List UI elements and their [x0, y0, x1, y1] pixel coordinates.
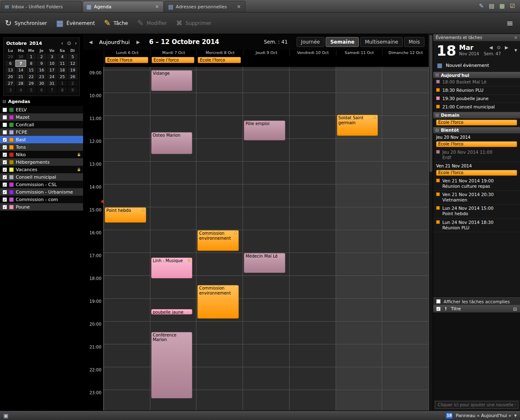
agenda-row-conseil-municipal[interactable]: ✓Conseil municipal: [0, 173, 83, 181]
today-pane-event[interactable]: 21:00 Conseil municipal: [433, 103, 520, 111]
minical-day-cell[interactable]: 11: [57, 60, 67, 66]
show-completed-tasks-row[interactable]: Afficher les tâches accomplies: [433, 297, 520, 305]
minical-day-cell[interactable]: 5: [68, 54, 78, 60]
calendar-event[interactable]: poubelle jaune: [151, 309, 193, 314]
day-header-6[interactable]: Dimanche 12 Oct: [382, 50, 429, 56]
today-pane-event[interactable]: Lun 24 Nov 2014 15:00Point hebdo: [433, 204, 520, 218]
calendar-event[interactable]: Vidange: [151, 70, 193, 91]
day-header-2[interactable]: Mercredi 8 Oct: [196, 50, 243, 56]
calendar-event[interactable]: Osteo Marion: [151, 132, 193, 154]
calendar-event[interactable]: Commission environnement: [197, 230, 239, 251]
minical-day-cell[interactable]: 28: [16, 80, 26, 86]
addressbook-icon[interactable]: ▤: [489, 2, 494, 9]
minical-day-cell[interactable]: 27: [5, 80, 15, 86]
add-task-input[interactable]: [435, 401, 518, 409]
today-pane-event[interactable]: Lun 24 Nov 2014 18:30Réunion PLU: [433, 219, 520, 232]
today-button[interactable]: Aujourd'hui: [97, 38, 131, 46]
view-button-multisemaine[interactable]: Multisemaine: [360, 37, 402, 47]
task-priority-column[interactable]: !: [445, 306, 447, 311]
agenda-checkbox[interactable]: ✓: [2, 197, 7, 202]
day-header-4[interactable]: Vendredi 10 Oct: [289, 50, 336, 56]
minical-day-cell[interactable]: 2: [68, 80, 78, 86]
chevron-down-icon[interactable]: ▾: [514, 47, 517, 53]
task-completed-column-icon[interactable]: ✓: [436, 307, 441, 311]
agenda-row-confcall[interactable]: Confcall: [0, 121, 83, 128]
today-pane-event[interactable]: Jeu 20 Nov 2014 11:00Erdf: [433, 148, 520, 162]
minical-day-cell[interactable]: 9: [68, 87, 78, 93]
minical-prev-icon[interactable]: ‹: [61, 40, 63, 46]
minical-day-cell[interactable]: 9: [37, 60, 47, 66]
agenda-checkbox[interactable]: ✓: [2, 145, 7, 150]
today-pane-section-header[interactable]: ⊟Bientôt: [433, 127, 520, 133]
minical-day-cell[interactable]: 14: [16, 67, 26, 73]
today-pane-prev-icon[interactable]: ◀: [489, 45, 493, 50]
day-header-5[interactable]: Samedi 11 Oct: [336, 50, 383, 56]
minical-day-cell[interactable]: 30: [16, 54, 26, 60]
today-pane-event[interactable]: 19:30 poubelle jaune: [433, 95, 520, 103]
today-pane-selector[interactable]: 18 Panneau « Aujourd'hui » ▾: [446, 413, 517, 419]
close-tab-icon[interactable]: ×: [154, 4, 160, 10]
agenda-checkbox[interactable]: ✓: [2, 190, 7, 194]
app-menu-icon[interactable]: ≡: [506, 18, 515, 28]
today-pane-event[interactable]: Ven 21 Nov 2014 19:00Réunion culture rep…: [433, 177, 520, 191]
agenda-checkbox[interactable]: ✓: [2, 205, 7, 209]
day-header-3[interactable]: Jeudi 9 Oct: [243, 50, 289, 56]
day-header-0[interactable]: Lundi 6 Oct: [104, 50, 150, 56]
minical-next-icon[interactable]: ›: [75, 40, 77, 46]
agenda-row-h-bergements[interactable]: ✓Hébergements: [0, 158, 83, 166]
minical-day-cell[interactable]: 18: [57, 67, 67, 73]
show-completed-checkbox[interactable]: [436, 299, 441, 304]
calendar-event[interactable]: Médecin Maï Lê: [244, 253, 285, 273]
minical-day-cell[interactable]: 20: [5, 74, 15, 80]
minical-day-cell[interactable]: 26: [68, 74, 78, 80]
view-button-mois[interactable]: Mois: [404, 37, 424, 47]
minical-day-cell[interactable]: 4: [57, 54, 67, 60]
minical-day-cell[interactable]: 10: [47, 60, 57, 66]
tab-agenda[interactable]: ▦Agenda×: [83, 1, 164, 12]
minical-day-cell[interactable]: 3: [47, 54, 57, 60]
minical-day-cell[interactable]: 6: [5, 60, 15, 66]
minical-day-cell[interactable]: 12: [68, 60, 78, 66]
minical-day-cell[interactable]: 2: [37, 54, 47, 60]
calendar-event[interactable]: Linh : Musique: [151, 258, 193, 278]
tab-addressbook[interactable]: ▤Adresses personnelles×: [164, 1, 245, 12]
calendar-scrollbar[interactable]: [429, 34, 433, 410]
minical-day-cell[interactable]: 25: [57, 74, 67, 80]
toolbar-button-event[interactable]: ▦Évènement: [56, 19, 95, 27]
task-title-column[interactable]: Titre: [451, 306, 461, 311]
agenda-row-poune[interactable]: ✓Poune: [0, 203, 83, 211]
agenda-checkbox[interactable]: [2, 115, 7, 120]
minical-day-cell[interactable]: 19: [68, 67, 78, 73]
agenda-checkbox[interactable]: ✓: [2, 152, 7, 157]
column-picker-icon[interactable]: ▤: [513, 306, 517, 311]
agenda-row-commission-csl[interactable]: ✓Commission - CSL: [0, 181, 83, 188]
day-header-1[interactable]: Mardi 7 Oct: [150, 50, 197, 56]
today-pane-today-icon[interactable]: ⊙: [497, 45, 500, 50]
allday-event[interactable]: Ecole l'forco: [105, 57, 148, 63]
chevron-down-icon[interactable]: ▾: [514, 413, 517, 418]
compose-icon[interactable]: ✎: [479, 2, 484, 9]
today-pane-next-icon[interactable]: ▶: [505, 45, 508, 50]
minical-day-cell[interactable]: 21: [16, 74, 26, 80]
minical-day-cell[interactable]: 16: [37, 67, 47, 73]
task-list[interactable]: [433, 312, 520, 400]
agenda-row-fcpe[interactable]: FCPE: [0, 128, 83, 136]
agenda-row-bast[interactable]: ✓Bast: [0, 136, 83, 143]
minical-day-cell[interactable]: 24: [47, 74, 57, 80]
close-tab-icon[interactable]: ×: [236, 4, 242, 10]
agenda-row-tons[interactable]: ✓Tons: [0, 143, 83, 151]
today-pane-allday-event[interactable]: Ecole l'forco: [436, 170, 517, 176]
toolbar-button-delete[interactable]: ✖Supprimer: [176, 19, 212, 27]
minical-day-cell[interactable]: 31: [47, 80, 57, 86]
calendar-event[interactable]: Pôle emploi: [244, 120, 285, 140]
agenda-checkbox[interactable]: ✓: [2, 160, 7, 165]
minical-day-cell[interactable]: 7: [16, 60, 26, 66]
new-event-button[interactable]: ▦ Nouvel évènement: [433, 59, 520, 71]
today-pane-allday-event[interactable]: Ecole l'forco: [436, 120, 517, 125]
allday-event[interactable]: Ecole l'forco: [198, 57, 241, 63]
today-pane-section-header[interactable]: ⊟Aujourd'hui: [433, 71, 520, 78]
today-pane-event[interactable]: Ven 21 Nov 2014 20:30Vietnamien: [433, 191, 520, 204]
calendar-icon[interactable]: ▦: [499, 2, 505, 9]
view-button-semaine[interactable]: Semaine: [326, 37, 359, 47]
agenda-checkbox[interactable]: ✓: [2, 175, 7, 179]
